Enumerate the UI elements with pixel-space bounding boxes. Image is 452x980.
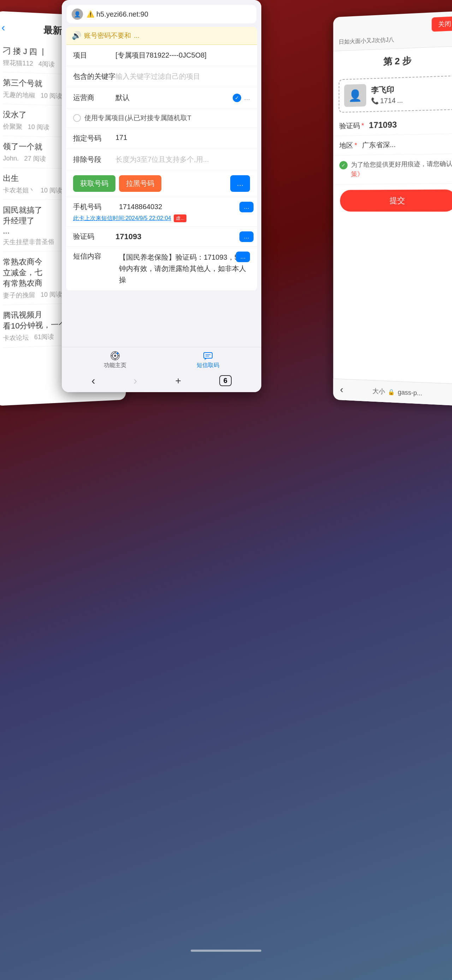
phone-number-section: 手机号码 17148864032 … 此卡上次来短信时间:2024/9/5 22… bbox=[66, 197, 257, 227]
home-indicator bbox=[191, 950, 261, 952]
url-bar[interactable]: h5.yezi66.net:90 bbox=[97, 10, 148, 18]
safari-back-button[interactable]: ‹ bbox=[340, 384, 343, 395]
sms-content-text: 【国民养老保险】验证码：171093，5分钟内有效，请勿泄露给其他人，如非本人操 bbox=[119, 253, 246, 284]
verif-code-label: 验证码 bbox=[73, 232, 116, 241]
get-code-button[interactable]: 获取号码 bbox=[73, 175, 116, 192]
safari-top-bar: 关闭 日如火面小又J次仿J八 bbox=[333, 11, 452, 51]
warning-banner: 🔊 账号密码不要和 ... bbox=[66, 27, 257, 45]
keyword-row: 包含的关键字 输入关键字过滤自己的项目 bbox=[66, 66, 257, 87]
safari-verif-code-value: 171093 bbox=[369, 120, 397, 130]
svg-point-13 bbox=[117, 353, 119, 354]
verif-code-action-button[interactable]: … bbox=[239, 231, 254, 242]
safari-region-row: 地区 * 广东省深... bbox=[333, 134, 452, 156]
checkbox-checked-icon: ✓ bbox=[339, 161, 347, 170]
operator-check-icon: ✓ bbox=[233, 94, 241, 102]
operator-row[interactable]: 运营商 默认 ✓ ... bbox=[66, 87, 257, 108]
speaker-icon: 🔊 bbox=[72, 31, 81, 40]
radio-option-row[interactable]: 使用专属项目(从已对接专属随机取T bbox=[66, 108, 257, 128]
blacklist-button[interactable]: 拉黑号码 bbox=[119, 175, 162, 192]
message-icon bbox=[203, 351, 213, 361]
nav-func-label: 功能主页 bbox=[104, 362, 127, 369]
warning-text: 账号密码不要和 bbox=[84, 31, 131, 40]
forward-arrow-button[interactable]: › bbox=[133, 374, 137, 387]
back-arrow-button[interactable]: ‹ bbox=[92, 374, 95, 387]
browser-bottom-nav: 功能主页 短信取码 ‹ › + 6 bbox=[62, 347, 261, 392]
phone-label: 手机号码 bbox=[73, 202, 116, 212]
sms-content-row: 短信内容 【国民养老保险】验证码：171093，5分钟内有效，请勿泄露给其他人，… bbox=[66, 247, 257, 291]
nav-sms-item[interactable]: 短信取码 bbox=[197, 351, 219, 369]
safari-verif-code-row: 验证码 * 171093 bbox=[333, 113, 452, 136]
last-sms-time: 此卡上次来短信时间:2024/9/5 22:02:04 bbox=[73, 215, 171, 222]
safari-verif-code-label: 验证码 bbox=[339, 121, 360, 131]
exclude-label: 排除号段 bbox=[73, 155, 116, 164]
tab-count-badge[interactable]: 6 bbox=[219, 375, 232, 386]
safari-domain-size: 大小 bbox=[373, 387, 385, 396]
svg-point-6 bbox=[114, 355, 116, 357]
safari-close-button[interactable]: 关闭 bbox=[431, 16, 452, 32]
safari-checkbox-row: ✓ 为了给您提供更好用痕迹，请您确认 策》 bbox=[333, 154, 452, 185]
home-icon bbox=[110, 351, 120, 361]
profile-name: 李飞印 bbox=[371, 84, 403, 96]
add-tab-button[interactable]: + bbox=[175, 375, 181, 387]
keyword-label: 包含的关键字 bbox=[73, 72, 116, 81]
action-buttons-row: 获取号码 拉黑号码 … bbox=[66, 170, 257, 197]
safari-prev-text: 日如火面小又J次仿J八 bbox=[339, 33, 452, 46]
keyword-input[interactable]: 输入关键字过滤自己的项目 bbox=[116, 72, 250, 81]
app-switcher: 💬 😺 Edge bbox=[0, 0, 452, 980]
bottom-icons-row: 功能主页 短信取码 bbox=[62, 347, 261, 371]
safari-browser-card[interactable]: 关闭 日如火面小又J次仿J八 第 2 步 👤 李飞印 📞 1714 ... 验证… bbox=[333, 11, 452, 406]
project-label: 项目 bbox=[73, 51, 116, 60]
profile-phone: 1714 bbox=[380, 97, 395, 105]
sms-content-label: 短信内容 bbox=[73, 251, 116, 285]
phone-value: 17148864032 bbox=[119, 203, 250, 211]
url-warning-icon: ⚠️ bbox=[87, 10, 94, 18]
safari-submit-button[interactable]: 提交 bbox=[340, 189, 452, 212]
step-indicator: 第 2 步 bbox=[333, 46, 452, 76]
radio-circle-icon[interactable] bbox=[73, 114, 81, 122]
profile-card: 👤 李飞印 📞 1714 ... bbox=[339, 75, 452, 113]
required-star: * bbox=[361, 121, 364, 130]
operator-value: 默认 bbox=[116, 93, 233, 102]
region-required-star: * bbox=[355, 141, 357, 150]
operator-more: ... bbox=[244, 94, 250, 102]
designated-num-value: 171 bbox=[116, 134, 250, 142]
designated-num-label: 指定号码 bbox=[73, 134, 116, 143]
svg-rect-14 bbox=[204, 353, 212, 358]
nav-sms-label: 短信取码 bbox=[197, 362, 219, 369]
last-sms-row: 此卡上次来短信时间:2024/9/5 22:02:04 虚... bbox=[66, 213, 257, 226]
profile-avatar: 👤 bbox=[344, 84, 366, 107]
extra-button[interactable]: … bbox=[230, 175, 250, 192]
browser-avatar-icon: 👤 bbox=[72, 8, 83, 20]
sms-content-action-button[interactable]: … bbox=[236, 251, 250, 262]
safari-region-label: 地区 bbox=[339, 141, 353, 150]
profile-info: 李飞印 📞 1714 ... bbox=[371, 84, 403, 105]
project-row: 项目 [专属项目781922----0JC5O8] bbox=[66, 45, 257, 66]
nav-func-item[interactable]: 功能主页 bbox=[104, 351, 127, 369]
phone-action-button[interactable]: … bbox=[239, 202, 254, 212]
verif-code-row: 验证码 171093 … bbox=[66, 227, 257, 247]
designated-num-row: 指定号码 171 bbox=[66, 128, 257, 149]
back-btn-left[interactable]: ‹ bbox=[2, 21, 5, 33]
radio-label: 使用专属项目(从已对接专属随机取T bbox=[84, 113, 191, 123]
exclude-input[interactable]: 长度为3至7位且支持多个,用... bbox=[116, 155, 250, 164]
phone-tag: 虚... bbox=[174, 215, 186, 222]
safari-bottom-bar: ‹ 大小 🔒 gass-p... › bbox=[333, 379, 452, 406]
exclude-row: 排除号段 长度为3至7位且支持多个,用... bbox=[66, 149, 257, 170]
safari-domain-name: gass-p... bbox=[398, 388, 422, 397]
verif-code-value: 171093 bbox=[116, 232, 250, 241]
checkbox-text: 为了给您提供更好用痕迹，请您确认 策》 bbox=[351, 159, 452, 179]
edge-browser-card[interactable]: 👤 ⚠️ h5.yezi66.net:90 🔊 账号密码不要和 ... 项目 [… bbox=[62, 0, 261, 392]
operator-label: 运营商 bbox=[73, 93, 116, 102]
safari-lock-icon: 🔒 bbox=[388, 388, 395, 395]
project-value: [专属项目781922----0JC5O8] bbox=[116, 51, 250, 60]
safari-region-value: 广东省深... bbox=[362, 140, 395, 150]
nav-arrows-row: ‹ › + 6 bbox=[62, 371, 261, 392]
